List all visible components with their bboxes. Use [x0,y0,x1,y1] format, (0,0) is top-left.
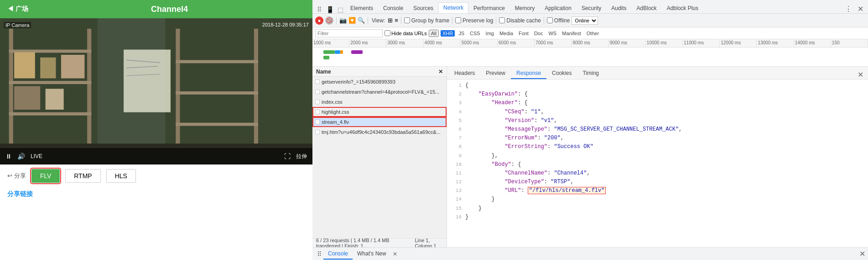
close-bottom-panel[interactable]: ✕ [859,249,865,258]
row-text-4: highlight.css [322,109,349,115]
tab-console[interactable]: Console [378,3,408,13]
filter-manifest[interactable]: Manifest [560,30,583,37]
devtools-drag-handle[interactable]: ⠿ [314,6,324,13]
tab-adblock-plus[interactable]: Adblock Plus [662,3,703,13]
hide-data-urls-input[interactable] [385,30,390,36]
live-badge: LIVE [31,153,42,159]
filter-doc[interactable]: Doc [532,30,545,37]
timeline-bar-3 [340,50,343,54]
close-response-panel[interactable]: ✕ [855,70,866,79]
close-whatsnew-icon[interactable]: ✕ [391,250,399,258]
view-list-icon[interactable]: ≡ [395,17,398,24]
network-left-pane: Name ✕ getserverinfo?_=1545960899393 get… [312,67,447,247]
camera-icon[interactable]: 📷 [339,17,347,24]
json-content-13: "URL": "/flv/hls/stream_4.flv" [465,186,606,195]
devtools-more-icon[interactable]: ⋮ [842,5,855,13]
action-bar: ↩ 分享 FLV RTMP HLS [0,164,312,187]
search-icon[interactable]: 🔍 [358,17,365,24]
row-tmj[interactable]: tmj.htm?u=u46df9c4c243403c93bdaa5a561a69… [312,127,447,137]
devtools-device-icon[interactable]: 📱 [324,6,336,13]
json-line-12: 12 "DeviceType": "RTSP", [451,178,864,186]
bottom-tab-console[interactable]: Console [323,249,353,260]
json-line-7: 7 "ErrorNum": "200", [451,134,864,143]
row-text-3: index.css [322,99,343,105]
row-highlight-css[interactable]: highlight.css [312,107,447,117]
filter-css[interactable]: CSS [468,30,482,37]
offline-checkbox[interactable]: Offline [547,17,570,24]
group-by-frame-checkbox[interactable]: Group by frame [404,17,449,24]
group-by-frame-input[interactable] [404,17,410,23]
tab-timing[interactable]: Timing [577,68,604,79]
hls-button[interactable]: HLS [106,169,136,183]
hide-data-urls-checkbox[interactable]: Hide data URLs [385,30,427,36]
row-index-css[interactable]: index.css [312,97,447,107]
filter-all[interactable]: All [429,30,439,37]
tab-adblock[interactable]: AdBlock [632,3,662,13]
record-button[interactable]: ● [315,16,323,25]
row-text-1: getserverinfo?_=1545960899393 [322,79,395,85]
filter-xhr[interactable]: XHR [441,30,455,37]
rtmp-button[interactable]: RTMP [65,169,100,183]
share-button[interactable]: ↩ 分享 [7,172,26,180]
svg-rect-12 [176,29,180,143]
line-num-15: 15 [451,205,462,213]
tick-3000: 3000 ms [386,39,423,47]
tick-2000: 2000 ms [349,39,386,47]
tab-headers[interactable]: Headers [449,68,480,79]
view-grid-icon[interactable]: ⊞ [388,17,393,24]
left-panel: ◀ 广场 Channel4 [0,0,312,260]
volume-button[interactable]: 🔊 [17,153,25,160]
throttle-select[interactable]: Online [572,16,598,25]
flv-button[interactable]: FLV [31,169,60,183]
svg-rect-16 [176,123,258,126]
json-line-10: 10 "Body": { [451,160,864,169]
tab-elements[interactable]: Elements [345,3,378,13]
tab-application[interactable]: Application [540,3,577,13]
filter-ws[interactable]: WS [546,30,558,37]
row-getchannelstream[interactable]: getchannelstream?channel=4&protocol=FLV&… [312,87,447,97]
devtools-tab-bar: ⠿ 📱 ⬚ Elements Console Sources Network P… [312,0,868,14]
row-getserverinfo[interactable]: getserverinfo?_=1545960899393 [312,77,447,87]
close-left-pane[interactable]: ✕ [438,69,443,75]
tab-response[interactable]: Response [511,68,546,79]
filter-js[interactable]: JS [457,30,466,37]
svg-rect-5 [9,81,92,84]
fullscreen-button[interactable]: ⛶ [284,153,291,160]
pause-button[interactable]: ⏸ [5,153,12,160]
tab-memory[interactable]: Memory [510,3,540,13]
tab-network[interactable]: Network [438,2,468,13]
filter-other[interactable]: Other [585,30,601,37]
filter-input[interactable] [315,29,383,37]
filter-img[interactable]: Img [484,30,496,37]
filter-bar: Hide data URLs All XHR JS CSS Img Media … [312,27,868,39]
disable-cache-checkbox[interactable]: Disable cache [499,17,541,24]
row-stream-flv[interactable]: stream_4.flv [312,117,447,127]
filter-font[interactable]: Font [517,30,530,37]
tab-performance[interactable]: Performance [468,3,510,13]
tick-7000: 7000 ms [535,39,572,47]
devtools-cursor-icon[interactable]: ⬚ [336,6,345,13]
tab-preview[interactable]: Preview [480,68,511,79]
bottom-tab-whatsnew[interactable]: What's New [353,249,391,260]
disable-cache-input[interactable] [499,17,505,23]
tab-audits[interactable]: Audits [606,3,631,13]
devtools-close-icon[interactable]: ✕ [855,5,866,13]
preserve-log-checkbox[interactable]: Preserve log [455,17,493,24]
video-container: IP Camera 2018-12-28 09:35:17 ⏸ 🔊 LIVE ⛶… [0,18,312,164]
tick-1000: 1000 ms [312,39,349,47]
offline-input[interactable] [547,17,553,23]
back-button[interactable]: ◀ 广场 [7,5,28,13]
tab-cookies[interactable]: Cookies [546,68,577,79]
tab-sources[interactable]: Sources [408,3,438,13]
stretch-button[interactable]: 拉伸 [296,153,307,160]
line-num-13: 13 [451,187,462,195]
tab-security[interactable]: Security [577,3,606,13]
preserve-log-input[interactable] [455,17,461,23]
stop-button[interactable]: 🚫 [325,16,333,25]
row-checkbox-2 [315,90,320,94]
filter-icon[interactable]: 🔽 [348,17,356,24]
bottom-drag-handle[interactable]: ⠿ [315,250,323,258]
filter-media[interactable]: Media [498,30,515,37]
row-checkbox-3 [315,100,320,104]
json-line-16: 16 } [451,213,864,222]
